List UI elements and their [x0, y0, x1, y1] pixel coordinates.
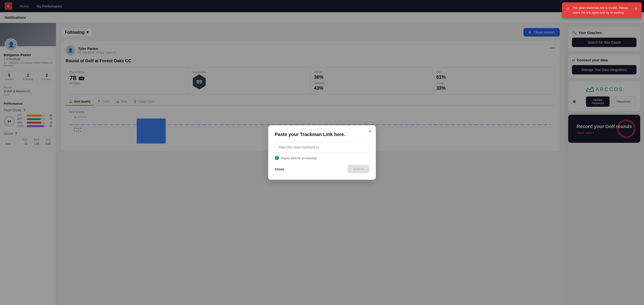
success-checkmark-icon: ✓	[275, 156, 279, 160]
modal-close-button[interactable]: Close	[275, 167, 284, 171]
modal-submit-button[interactable]: Submit	[348, 165, 369, 173]
modal-close-icon-button[interactable]: ✕	[368, 129, 372, 134]
trackman-link-input[interactable]	[275, 142, 369, 152]
modal-success-message: ✓ Report sent for processing	[275, 156, 369, 160]
modal-title: Paste your Trackman Link here.	[275, 132, 369, 137]
error-toast: ⚠ The given trackman link is invalid. Pl…	[562, 2, 642, 18]
trackman-modal: Paste your Trackman Link here. ✕ ✓ Repor…	[268, 125, 376, 180]
toast-message: The given trackman link is invalid. Plea…	[572, 6, 632, 15]
modal-overlay: Paste your Trackman Link here. ✕ ✓ Repor…	[0, 0, 644, 305]
warning-icon: ⚠	[566, 6, 570, 12]
toast-close-button[interactable]: ✕	[634, 6, 638, 12]
modal-actions: Close Submit	[275, 165, 369, 173]
